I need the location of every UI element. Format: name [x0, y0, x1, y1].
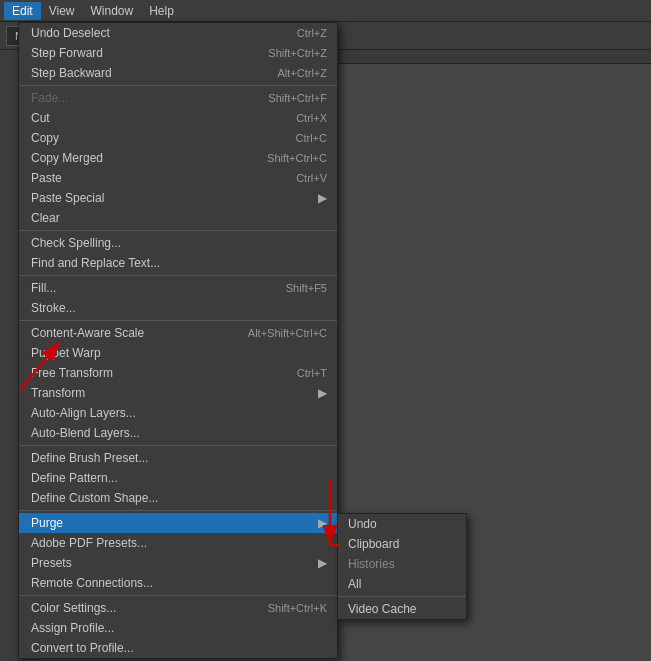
menu-remote-connections[interactable]: Remote Connections...	[19, 573, 337, 593]
menu-auto-align[interactable]: Auto-Align Layers...	[19, 403, 337, 423]
menu-bar-window[interactable]: Window	[82, 2, 141, 20]
menu-undo-deselect[interactable]: Undo Deselect Ctrl+Z	[19, 23, 337, 43]
menu-define-custom-shape[interactable]: Define Custom Shape...	[19, 488, 337, 508]
menu-auto-blend[interactable]: Auto-Blend Layers...	[19, 423, 337, 443]
sep-5	[19, 445, 337, 446]
purge-video-cache[interactable]: Video Cache	[338, 599, 466, 619]
menu-free-transform[interactable]: Free Transform Ctrl+T	[19, 363, 337, 383]
menu-fade[interactable]: Fade... Shift+Ctrl+F	[19, 88, 337, 108]
purge-undo[interactable]: Undo	[338, 514, 466, 534]
menu-stroke[interactable]: Stroke...	[19, 298, 337, 318]
menu-bar-help[interactable]: Help	[141, 2, 182, 20]
menu-presets[interactable]: Presets ▶	[19, 553, 337, 573]
purge-histories[interactable]: Histories	[338, 554, 466, 574]
purge-all[interactable]: All	[338, 574, 466, 594]
menu-purge[interactable]: Purge ▶ Undo Clipboard Histories All Vid…	[19, 513, 337, 533]
menu-copy[interactable]: Copy Ctrl+C	[19, 128, 337, 148]
menu-transform[interactable]: Transform ▶	[19, 383, 337, 403]
purge-sep	[338, 596, 466, 597]
menu-bar-view[interactable]: View	[41, 2, 83, 20]
menu-adobe-pdf[interactable]: Adobe PDF Presets...	[19, 533, 337, 553]
menu-color-settings[interactable]: Color Settings... Shift+Ctrl+K	[19, 598, 337, 618]
sep-6	[19, 510, 337, 511]
edit-dropdown-menu: Undo Deselect Ctrl+Z Step Forward Shift+…	[18, 22, 338, 659]
menu-check-spelling[interactable]: Check Spelling...	[19, 233, 337, 253]
menu-find-replace[interactable]: Find and Replace Text...	[19, 253, 337, 273]
menu-copy-merged[interactable]: Copy Merged Shift+Ctrl+C	[19, 148, 337, 168]
menu-fill[interactable]: Fill... Shift+F5	[19, 278, 337, 298]
menu-step-backward[interactable]: Step Backward Alt+Ctrl+Z	[19, 63, 337, 83]
menu-puppet-warp[interactable]: Puppet Warp	[19, 343, 337, 363]
purge-submenu: Undo Clipboard Histories All Video Cache	[337, 513, 467, 620]
sep-2	[19, 230, 337, 231]
menu-paste[interactable]: Paste Ctrl+V	[19, 168, 337, 188]
menu-assign-profile[interactable]: Assign Profile...	[19, 618, 337, 638]
sep-4	[19, 320, 337, 321]
sep-7	[19, 595, 337, 596]
menu-paste-special[interactable]: Paste Special ▶	[19, 188, 337, 208]
menu-bar: Edit View Window Help	[0, 0, 651, 22]
menu-define-pattern[interactable]: Define Pattern...	[19, 468, 337, 488]
sep-1	[19, 85, 337, 86]
menu-step-forward[interactable]: Step Forward Shift+Ctrl+Z	[19, 43, 337, 63]
menu-define-brush[interactable]: Define Brush Preset...	[19, 448, 337, 468]
menu-clear[interactable]: Clear	[19, 208, 337, 228]
sep-3	[19, 275, 337, 276]
menu-bar-edit[interactable]: Edit	[4, 2, 41, 20]
menu-cut[interactable]: Cut Ctrl+X	[19, 108, 337, 128]
purge-clipboard[interactable]: Clipboard	[338, 534, 466, 554]
menu-convert-to-profile[interactable]: Convert to Profile...	[19, 638, 337, 658]
menu-content-aware-scale[interactable]: Content-Aware Scale Alt+Shift+Ctrl+C	[19, 323, 337, 343]
